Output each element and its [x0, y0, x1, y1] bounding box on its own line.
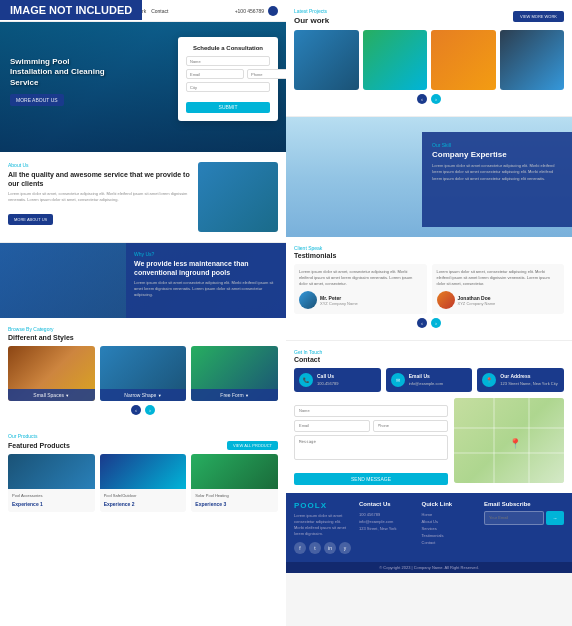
- work-image-1: [294, 30, 359, 90]
- featured-section: Our Products Featured Products VIEW ALL …: [0, 427, 286, 518]
- about-section: About Us All the quality and awesome ser…: [0, 152, 286, 243]
- form-phone-input[interactable]: [247, 69, 286, 79]
- category-card-2[interactable]: Narrow Shape ▼: [100, 346, 187, 401]
- work-image-2: [363, 30, 428, 90]
- featured-title: Featured Products: [8, 442, 70, 449]
- contact-address-box: 📍 Our Address 123 Street Name, New York …: [477, 368, 564, 392]
- footer-quick-testimonials[interactable]: Testimonials: [422, 532, 477, 539]
- our-work-header: Latest Projects Our work VIEW MORE WORK: [294, 8, 564, 25]
- work-carousel-next[interactable]: ›: [431, 94, 441, 104]
- testimonial-author-info-1: Mr. Peter XYZ Company Name: [320, 295, 358, 306]
- product-info-2: Pool Safe/Outdoor Experience 2: [100, 489, 187, 512]
- our-work-section: Latest Projects Our work VIEW MORE WORK …: [286, 0, 572, 117]
- work-image-3: [431, 30, 496, 90]
- testimonial-company-1: XYZ Company Name: [320, 301, 358, 306]
- form-name-input[interactable]: [186, 56, 270, 66]
- cat-card-label-3: Free Form ▼: [191, 389, 278, 401]
- footer-social: f t in y: [294, 542, 351, 554]
- form-city-input[interactable]: [186, 82, 270, 92]
- hero-cta-button[interactable]: MORE ABOUT US: [10, 94, 64, 106]
- product-price-1: Experience 1: [12, 501, 91, 508]
- footer-quick-about[interactable]: About Us: [422, 518, 477, 525]
- footer-quick-services[interactable]: Services: [422, 525, 477, 532]
- expertise-section: Our Skill Company Expertise Lorem ipsum …: [286, 117, 572, 237]
- browse-title: Different and Styles: [8, 334, 278, 341]
- testimonials-title: Testimonials: [294, 252, 564, 259]
- footer-logo: POOLX: [294, 501, 351, 510]
- product-info-1: Pool Accessories Experience 1: [8, 489, 95, 512]
- form-title: Schedule a Consultation: [186, 45, 270, 51]
- about-desc: Lorem ipsum dolor sit amet, consectetur …: [8, 191, 190, 203]
- footer-quick-home[interactable]: Home: [422, 511, 477, 518]
- footer-email-title: Email Subscribe: [484, 501, 564, 507]
- view-more-button[interactable]: VIEW MORE WORK: [513, 11, 564, 22]
- about-label: About Us: [8, 162, 190, 168]
- testimonial-prev[interactable]: ‹: [417, 318, 427, 328]
- testimonials-label: Client Speak: [294, 245, 564, 251]
- featured-label: Our Products: [8, 433, 278, 439]
- footer-quick-list: Home About Us Services Testimonials Cont…: [422, 511, 477, 547]
- carousel-next[interactable]: ›: [145, 405, 155, 415]
- map-pin: 📍: [509, 438, 521, 449]
- form-submit-button[interactable]: SUBMIT: [186, 102, 270, 113]
- product-card-2[interactable]: Pool Safe/Outdoor Experience 2: [100, 454, 187, 512]
- expertise-label: Our Skill: [432, 142, 562, 148]
- contact-submit-button[interactable]: SEND MESSAGE: [294, 473, 448, 485]
- form-email-input[interactable]: [186, 69, 244, 79]
- featured-header: Featured Products VIEW ALL PRODUCT: [8, 441, 278, 450]
- social-youtube[interactable]: y: [339, 542, 351, 554]
- testimonial-card-2: Lorem ipsum dolor sit amet, consectetur …: [432, 264, 565, 314]
- cat-dropdown-arrow-1: ▼: [65, 393, 69, 398]
- contact-name-input[interactable]: [294, 405, 448, 417]
- email-subscribe-button[interactable]: →: [546, 511, 564, 525]
- testimonial-company-2: XYZ Company Name: [458, 301, 496, 306]
- testimonial-name-2: Jonathan Doe: [458, 295, 496, 301]
- product-card-1[interactable]: Pool Accessories Experience 1: [8, 454, 95, 512]
- product-card-3[interactable]: Solar Pool Heating Experience 3: [191, 454, 278, 512]
- carousel-prev[interactable]: ‹: [131, 405, 141, 415]
- category-card-1[interactable]: Small Spaces ▼: [8, 346, 95, 401]
- social-twitter[interactable]: t: [309, 542, 321, 554]
- contact-bottom: SEND MESSAGE 📍: [294, 398, 564, 485]
- testimonial-next[interactable]: ›: [431, 318, 441, 328]
- testimonial-text-2: Lorem ipsum dolor sit amet, consectetur …: [437, 269, 560, 287]
- product-image-1: [8, 454, 95, 489]
- footer-quick-contact[interactable]: Contact: [422, 539, 477, 546]
- right-column: Latest Projects Our work VIEW MORE WORK …: [286, 0, 572, 626]
- work-carousel-prev[interactable]: ‹: [417, 94, 427, 104]
- contact-message-input[interactable]: [294, 435, 448, 460]
- product-name-2: Pool Safe/Outdoor: [104, 493, 183, 499]
- about-readmore-button[interactable]: MORE ABOUT US: [8, 214, 53, 225]
- browse-label: Browse By Category: [8, 326, 278, 332]
- why-label: Why Us?: [134, 251, 278, 257]
- social-facebook[interactable]: f: [294, 542, 306, 554]
- contact-email-input[interactable]: [294, 420, 370, 432]
- social-linkedin[interactable]: in: [324, 542, 336, 554]
- work-image-4: [500, 30, 565, 90]
- hero-text-block: Swimming Pool Installation and Cleaning …: [10, 57, 110, 106]
- category-card-3[interactable]: Free Form ▼: [191, 346, 278, 401]
- contact-email-text: Email Us info@example.com: [409, 373, 443, 387]
- left-column: POOLX Home About Our Services Our Work C…: [0, 0, 286, 626]
- testimonial-author-1: Mr. Peter XYZ Company Name: [299, 291, 422, 309]
- about-text-block: About Us All the quality and awesome ser…: [8, 162, 190, 232]
- contact-row: [294, 420, 448, 435]
- email-icon: ✉: [391, 373, 405, 387]
- cat-dropdown-arrow-3: ▼: [245, 393, 249, 398]
- testimonial-card-1: Lorem ipsum dolor sit amet, consectetur …: [294, 264, 427, 314]
- product-cards: Pool Accessories Experience 1 Pool Safe/…: [8, 454, 278, 512]
- footer-copyright: © Copyright 2023 | Company Name. All Rig…: [286, 562, 572, 573]
- footer-contact-col: Contact Us 100 456789 info@example.com 1…: [359, 501, 414, 554]
- contact-form: SEND MESSAGE: [294, 398, 448, 485]
- email-subscribe-input[interactable]: [484, 511, 544, 525]
- view-all-button[interactable]: VIEW ALL PRODUCT: [227, 441, 278, 450]
- nav-contact[interactable]: Contact: [151, 8, 168, 14]
- hero-section: Swimming Pool Installation and Cleaning …: [0, 22, 286, 152]
- browse-section: Browse By Category Different and Styles …: [0, 318, 286, 427]
- contact-phone-input[interactable]: [373, 420, 449, 432]
- product-name-1: Pool Accessories: [12, 493, 91, 499]
- consultation-form: Schedule a Consultation SUBMIT: [178, 37, 278, 121]
- footer-contact-email: info@example.com: [359, 518, 414, 525]
- work-gallery: [294, 30, 564, 90]
- category-cards: Small Spaces ▼ Narrow Shape ▼ Free Form: [8, 346, 278, 401]
